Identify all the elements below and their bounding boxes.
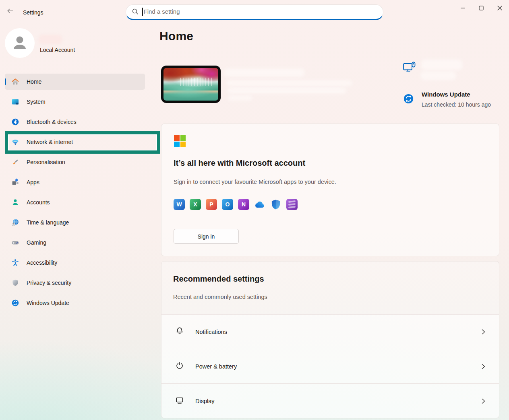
word-icon: W	[174, 199, 185, 210]
close-button[interactable]	[490, 0, 509, 17]
recommended-list: Notifications Power & battery	[161, 314, 499, 418]
sidebar-item-privacy-security[interactable]: Privacy & security	[5, 275, 145, 291]
chevron-right-icon	[482, 364, 485, 369]
globe-clock-icon	[11, 218, 19, 226]
connected-devices-icon	[403, 61, 416, 78]
sidebar-item-label: Home	[27, 78, 41, 85]
sidebar: Local Account Home System	[0, 23, 159, 420]
microsoft-logo-icon	[174, 135, 186, 147]
recommended-subtitle: Recent and commonly used settings	[173, 294, 267, 300]
chevron-right-icon	[482, 398, 485, 404]
back-button[interactable]	[3, 6, 17, 17]
shield-icon	[11, 279, 19, 287]
account-header[interactable]: Local Account	[5, 28, 126, 59]
excel-icon: X	[190, 199, 201, 210]
onenote-icon: N	[238, 199, 249, 210]
sidebar-nav: Home System Bluetooth & devices	[5, 74, 145, 315]
defender-icon	[270, 199, 281, 210]
wifi-icon	[11, 138, 19, 146]
search-box[interactable]	[126, 4, 383, 20]
minimize-icon	[460, 5, 465, 12]
accounts-icon	[11, 198, 19, 206]
sidebar-item-label: Accounts	[27, 199, 50, 206]
person-icon	[10, 34, 29, 52]
power-icon	[175, 361, 184, 372]
sidebar-item-accessibility[interactable]: Accessibility	[5, 255, 145, 271]
minimize-button[interactable]	[453, 0, 472, 17]
sidebar-item-label: Bluetooth & devices	[27, 119, 77, 125]
maximize-icon	[479, 5, 484, 12]
sidebar-item-system[interactable]: System	[5, 94, 145, 110]
sidebar-item-windows-update[interactable]: Windows Update	[5, 295, 145, 311]
sidebar-item-personalisation[interactable]: Personalisation	[5, 154, 145, 170]
sidebar-item-gaming[interactable]: Gaming	[5, 235, 145, 251]
avatar	[5, 28, 35, 58]
microsoft-apps-row: W X P O N	[174, 199, 298, 210]
gamepad-icon	[11, 239, 19, 247]
account-card-subtitle: Sign in to connect your favourite Micros…	[174, 179, 336, 185]
page-title: Home	[159, 29, 193, 43]
row-notifications[interactable]: Notifications	[161, 314, 499, 349]
sidebar-item-label: Privacy & security	[27, 280, 71, 286]
search-icon	[132, 8, 139, 15]
search-input[interactable]	[144, 8, 379, 15]
paintbrush-icon	[11, 158, 19, 166]
windows-update-title[interactable]: Windows Update	[422, 91, 470, 98]
sidebar-item-accounts[interactable]: Accounts	[5, 194, 145, 210]
sidebar-item-network-internet[interactable]: Network & internet	[5, 134, 145, 150]
recommended-settings-card: Recommended settings Recent and commonly…	[161, 261, 499, 418]
home-icon	[11, 78, 19, 86]
microsoft-365-icon	[286, 199, 298, 210]
sidebar-item-home[interactable]: Home	[5, 74, 145, 90]
close-icon	[497, 5, 502, 12]
windows-update-status-icon	[403, 93, 414, 106]
redacted-device-info	[227, 88, 346, 94]
window-title: Settings	[23, 9, 43, 16]
redacted-account-name	[39, 35, 62, 44]
bluetooth-icon	[11, 118, 19, 126]
titlebar: Settings	[0, 0, 509, 23]
account-card-title: It’s all here with Microsoft account	[174, 159, 305, 168]
redacted-device-name	[224, 68, 304, 77]
window-controls	[453, 0, 509, 19]
redacted-rename-link	[421, 60, 462, 70]
sidebar-item-label: Apps	[27, 179, 39, 185]
row-label: Notifications	[195, 329, 227, 335]
sidebar-item-apps[interactable]: Apps	[5, 174, 145, 190]
sidebar-item-label: System	[27, 99, 46, 105]
sidebar-item-label: Accessibility	[27, 259, 57, 266]
account-type-label: Local Account	[40, 47, 75, 53]
row-power-battery[interactable]: Power & battery	[161, 349, 499, 383]
accessibility-icon	[11, 259, 19, 267]
sidebar-item-bluetooth-devices[interactable]: Bluetooth & devices	[5, 114, 145, 130]
windows-update-icon	[11, 299, 19, 307]
redacted-rename-link	[420, 71, 456, 80]
text-caret	[142, 8, 143, 16]
windows-update-last-checked: Last checked: 10 hours ago	[422, 101, 491, 108]
outlook-icon: O	[222, 199, 233, 210]
sidebar-item-label: Gaming	[27, 239, 46, 246]
powerpoint-icon: P	[206, 199, 217, 210]
sign-in-button[interactable]: Sign in	[174, 229, 239, 244]
bell-icon	[175, 327, 184, 337]
sidebar-item-label: Network & internet	[27, 139, 73, 145]
row-display[interactable]: Display	[161, 383, 499, 418]
onedrive-icon	[254, 199, 265, 210]
back-arrow-icon	[6, 7, 14, 16]
chevron-right-icon	[482, 329, 485, 335]
device-wallpaper-thumbnail	[161, 66, 221, 103]
redacted-device-info	[228, 95, 252, 101]
sidebar-item-label: Windows Update	[27, 300, 69, 306]
row-label: Display	[195, 398, 215, 404]
row-label: Power & battery	[195, 363, 237, 370]
recommended-title: Recommended settings	[173, 274, 264, 284]
apps-icon	[11, 178, 19, 186]
microsoft-account-card: It’s all here with Microsoft account Sig…	[161, 124, 499, 256]
wallpaper-image	[163, 68, 218, 101]
maximize-button[interactable]	[472, 0, 490, 17]
sidebar-item-label: Personalisation	[27, 159, 65, 165]
redacted-device-info	[226, 80, 352, 86]
display-icon	[175, 396, 184, 406]
sidebar-item-label: Time & language	[27, 219, 69, 226]
sidebar-item-time-language[interactable]: Time & language	[5, 214, 145, 231]
